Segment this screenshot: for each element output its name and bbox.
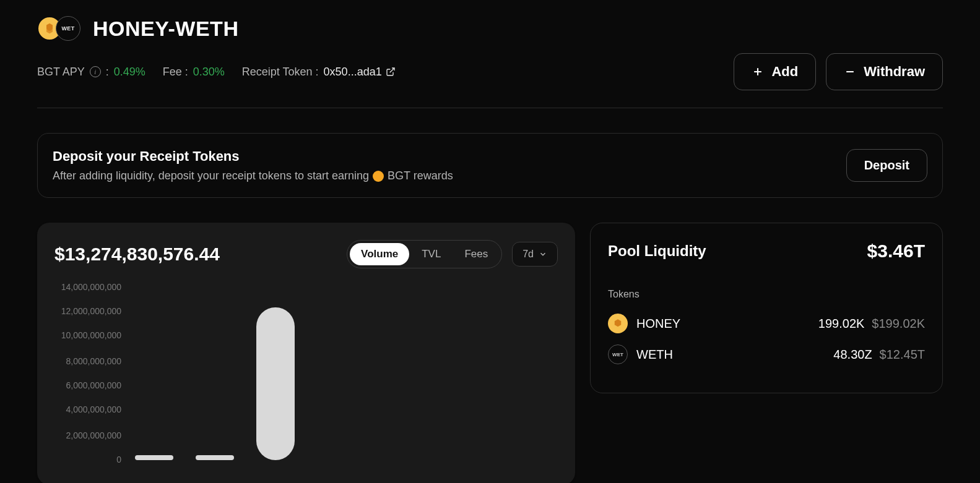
fee-label: Fee :: [163, 66, 188, 79]
pair-icons: WET: [37, 16, 80, 41]
tab-tvl[interactable]: TVL: [410, 243, 452, 265]
chart-body: 14,000,000,000 12,000,000,000 10,000,000…: [54, 287, 558, 472]
deposit-banner: Deposit your Receipt Tokens After adding…: [37, 133, 943, 198]
weth-token-icon: WET: [56, 16, 80, 41]
chart-total-value: $13,274,830,576.44: [54, 244, 220, 265]
weth-token-icon: WET: [608, 344, 628, 364]
token-row-weth: WET WETH 48.30Z $12.45T: [608, 344, 925, 364]
receipt-address-link[interactable]: 0x50...ada1: [324, 66, 396, 79]
pool-liquidity-card: Pool Liquidity $3.46T Tokens HONEY 199.0…: [590, 223, 943, 393]
pair-title: HONEY-WETH: [93, 17, 238, 41]
chart-bar: [135, 455, 173, 460]
token-amount: 199.02K: [818, 317, 865, 331]
pool-liquidity-title: Pool Liquidity: [608, 242, 706, 260]
token-usd: $12.45T: [880, 348, 925, 362]
y-tick: 6,000,000,000: [47, 380, 121, 390]
pool-liquidity-value: $3.46T: [867, 241, 925, 262]
bgt-apy-stat: BGT APY i : 0.49%: [37, 66, 145, 79]
stats-row: BGT APY i : 0.49% Fee : 0.30% Receipt To…: [37, 53, 943, 108]
token-usd: $199.02K: [872, 317, 925, 331]
withdraw-button[interactable]: Withdraw: [826, 53, 943, 90]
honey-hex-icon: [43, 22, 56, 35]
tab-volume[interactable]: Volume: [350, 243, 409, 265]
minus-icon: [844, 66, 856, 78]
y-tick: 12,000,000,000: [47, 306, 121, 316]
token-amount: 48.30Z: [833, 348, 872, 362]
svg-line-2: [389, 68, 394, 72]
external-link-icon: [386, 67, 396, 77]
chart-bar: [256, 307, 295, 460]
chart-card: $13,274,830,576.44 Volume TVL Fees 7d: [37, 223, 575, 483]
y-tick: 8,000,000,000: [47, 356, 121, 366]
add-button[interactable]: Add: [734, 53, 816, 90]
y-tick: 14,000,000,000: [47, 282, 121, 292]
tab-fees[interactable]: Fees: [453, 243, 499, 265]
pair-header: WET HONEY-WETH: [37, 0, 943, 53]
period-select[interactable]: 7d: [512, 242, 558, 267]
receipt-label: Receipt Token :: [242, 66, 319, 79]
chart-plot: [129, 287, 558, 472]
honey-token-icon: [608, 314, 628, 333]
chart-bar: [196, 455, 234, 460]
token-row-honey: HONEY 199.02K $199.02K: [608, 314, 925, 333]
svg-marker-6: [615, 319, 622, 327]
fee-stat: Fee : 0.30%: [163, 66, 225, 79]
fee-value: 0.30%: [193, 66, 225, 79]
y-tick: 0: [47, 455, 121, 464]
banner-subtitle: After adding liquidity, deposit your rec…: [53, 169, 453, 182]
bgt-apy-label: BGT APY: [37, 66, 85, 79]
deposit-button[interactable]: Deposit: [846, 149, 927, 182]
y-tick: 4,000,000,000: [47, 404, 121, 414]
token-symbol: WETH: [636, 348, 673, 362]
bgt-icon: [373, 171, 384, 182]
y-tick: 10,000,000,000: [47, 330, 121, 340]
y-tick: 2,000,000,000: [47, 430, 121, 440]
info-icon[interactable]: i: [90, 66, 101, 77]
tokens-label: Tokens: [608, 289, 925, 300]
chevron-down-icon: [539, 250, 547, 259]
chart-metric-tabs: Volume TVL Fees: [347, 240, 502, 268]
plus-icon: [752, 66, 764, 78]
banner-title: Deposit your Receipt Tokens: [53, 148, 453, 165]
bgt-apy-value: 0.49%: [114, 66, 145, 79]
chart-y-axis: 14,000,000,000 12,000,000,000 10,000,000…: [54, 287, 129, 472]
receipt-token-stat: Receipt Token : 0x50...ada1: [242, 66, 396, 79]
token-symbol: HONEY: [636, 317, 680, 331]
